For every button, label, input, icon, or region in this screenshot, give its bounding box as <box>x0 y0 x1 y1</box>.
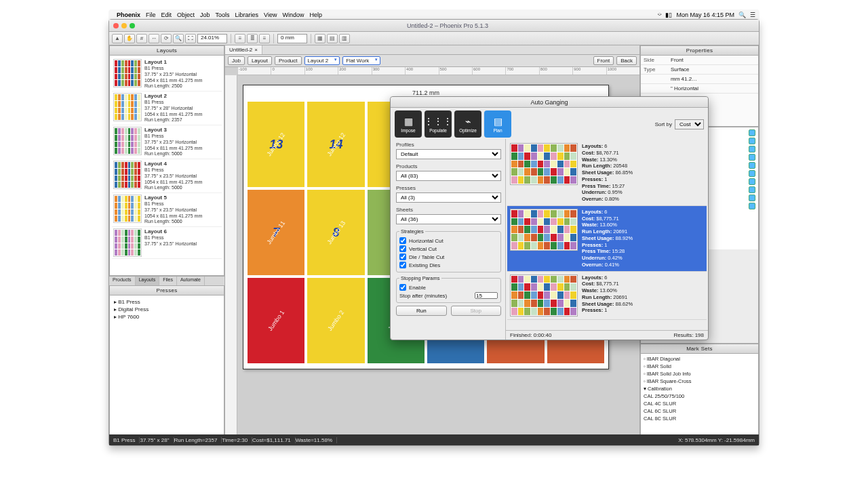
layout-item[interactable]: Layout 6B1 Press37.75" x 23.5" Horizonta… <box>112 227 222 259</box>
result-item[interactable]: Layouts: 6Cost: $8,775.71Waste: 13.60%Ru… <box>507 206 707 272</box>
menu-view[interactable]: View <box>264 12 277 18</box>
tab-layouts[interactable]: Layouts <box>136 277 160 285</box>
align-right-icon[interactable]: ≡ <box>259 34 270 43</box>
menu-window[interactable]: Window <box>282 12 304 18</box>
visibility-toggle[interactable] <box>749 146 755 152</box>
tab-automate[interactable]: Automate <box>177 277 205 285</box>
ganged-product[interactable]: Jumbo 1214 <box>307 102 364 187</box>
menu-phoenix[interactable]: Phoenix <box>117 12 140 18</box>
close-icon[interactable]: × <box>254 47 258 53</box>
layout-item[interactable]: Layout 4B1 Press37.75" x 23.5" Horizonta… <box>112 159 222 193</box>
grid2-icon[interactable]: ▤ <box>327 34 338 43</box>
ganged-product[interactable]: Jumbo 117 <box>248 190 304 275</box>
fit-tool-icon[interactable]: ⛶ <box>185 34 196 43</box>
mark-item[interactable]: ▫ IBAR Solid <box>644 363 755 370</box>
press-item[interactable]: ▸ Digital Press <box>113 306 221 313</box>
spotlight-icon[interactable]: 🔍 <box>738 12 746 18</box>
press-item[interactable]: ▸ B1 Press <box>113 298 221 306</box>
mark-item[interactable]: CAL 25/50/75/100 <box>644 392 755 400</box>
menu-edit[interactable]: Edit <box>161 12 172 18</box>
press-item[interactable]: ▸ HP 7600 <box>113 313 221 321</box>
visibility-toggle[interactable] <box>749 138 755 144</box>
mark-item[interactable]: ▫ IBAR Square-Cross <box>644 378 755 385</box>
auto-ganging-dialog[interactable]: Auto Ganging ▦Impose⋮⋮⋮Populate⌁Optimize… <box>390 96 709 340</box>
products-select[interactable]: All (83) <box>396 171 501 181</box>
ganged-product[interactable]: Jumbo 1 <box>248 278 304 363</box>
layout-button[interactable]: Layout <box>248 56 272 65</box>
mark-item[interactable]: ▾ Calibration <box>644 385 755 392</box>
enable-stopping-checkbox[interactable] <box>399 284 406 291</box>
product-button[interactable]: Product <box>275 56 302 65</box>
ganging-tab-optimize[interactable]: ⌁Optimize <box>454 110 481 138</box>
layout-combo[interactable]: Layout 2 <box>304 56 340 65</box>
strategy-checkbox[interactable]: Existing Dies <box>399 261 498 269</box>
result-item[interactable]: Layouts: 6Cost: $8,775.71Waste: 13.60%Ru… <box>507 272 707 320</box>
strategy-checkbox[interactable]: Vertical Cut <box>399 245 498 253</box>
crop-tool-icon[interactable]: # <box>136 34 147 43</box>
mark-item[interactable]: ▫ IBAR Diagonal <box>644 355 755 363</box>
visibility-toggle[interactable] <box>749 178 755 185</box>
ganged-product[interactable]: Jumbo 2 <box>307 278 364 363</box>
left-tabs[interactable]: ProductsLayoutsFilesAutomate <box>109 276 224 285</box>
menu-tools[interactable]: Tools <box>216 12 230 18</box>
mark-item[interactable]: CAL 6C SLUR <box>644 407 755 415</box>
visibility-toggle[interactable] <box>749 186 755 193</box>
strategy-checkbox[interactable]: Horizontal Cut <box>399 237 498 245</box>
presses-select[interactable]: All (3) <box>396 192 501 203</box>
battery-icon[interactable]: ▮▯ <box>665 12 672 18</box>
pointer-tool-icon[interactable]: ▲ <box>112 34 123 43</box>
rotate-tool-icon[interactable]: ⟳ <box>161 34 172 43</box>
mark-item[interactable]: CAL 8C SLUR <box>644 415 755 422</box>
run-button[interactable]: Run <box>396 306 447 316</box>
align-left-icon[interactable]: ≡ <box>235 34 245 43</box>
visibility-toggle[interactable] <box>749 162 755 169</box>
menu-help[interactable]: Help <box>309 12 322 18</box>
grid3-icon[interactable]: ▥ <box>339 34 350 43</box>
align-center-icon[interactable]: ≣ <box>247 34 258 43</box>
job-button[interactable]: Job <box>228 56 245 65</box>
ganged-product[interactable]: Jumbo 1213 <box>248 102 304 187</box>
ganging-tab-plan[interactable]: ▤Plan <box>484 110 511 138</box>
ganged-product[interactable]: Jumbo 138 <box>307 190 364 275</box>
menu-icon[interactable]: ☰ <box>750 12 755 18</box>
document-tabstrip[interactable]: Untitled-2× <box>225 45 639 55</box>
visibility-toggle[interactable] <box>749 154 755 161</box>
result-item[interactable]: Layouts: 6Cost: $8,767.71Waste: 13.30%Ru… <box>507 140 707 206</box>
menu-object[interactable]: Object <box>177 12 195 18</box>
layout-item[interactable]: Layout 3B1 Press37.75" x 23.5" Horizonta… <box>112 125 222 159</box>
zoom-tool-icon[interactable]: 🔍 <box>173 34 184 43</box>
stop-button[interactable]: Stop <box>451 306 502 316</box>
grid-icon[interactable]: ▦ <box>315 34 326 43</box>
layout-item[interactable]: Layout 5B1 Press37.75" x 23.5" Horizonta… <box>112 193 222 227</box>
back-button[interactable]: Back <box>616 56 637 65</box>
tab-files[interactable]: Files <box>159 277 177 285</box>
visibility-toggle[interactable] <box>749 195 755 201</box>
visibility-toggle[interactable] <box>749 170 755 177</box>
tab-products[interactable]: Products <box>109 277 136 285</box>
sheets-select[interactable]: All (36) <box>396 214 501 224</box>
hand-tool-icon[interactable]: ✋ <box>124 34 135 43</box>
wifi-icon[interactable]: ⌔ <box>658 12 661 18</box>
visibility-toggle[interactable] <box>749 203 755 209</box>
mark-item[interactable]: ▫ IBAR Solid Job Info <box>644 370 755 378</box>
ruler-horizontal: -10001002003004005006007008009001000 <box>237 67 639 75</box>
menu-job[interactable]: Job <box>200 12 210 18</box>
strategy-checkbox[interactable]: Die / Table Cut <box>399 253 498 261</box>
ganging-tab-impose[interactable]: ▦Impose <box>395 110 422 138</box>
front-button[interactable]: Front <box>593 56 614 65</box>
ganging-tab-populate[interactable]: ⋮⋮⋮Populate <box>425 110 452 138</box>
menu-libraries[interactable]: Libraries <box>235 12 259 18</box>
profiles-select[interactable]: Default <box>396 149 501 159</box>
measure-tool-icon[interactable]: ↔ <box>149 34 159 43</box>
layout-item[interactable]: Layout 1B1 Press37.75" x 23.5" Horizonta… <box>112 58 222 92</box>
snap-combo[interactable]: 0 mm <box>277 34 307 43</box>
stop-minutes-input[interactable] <box>475 292 498 299</box>
visibility-toggle[interactable] <box>749 129 755 136</box>
zoom-combo[interactable]: 24.01% <box>197 34 227 43</box>
menu-file[interactable]: File <box>146 12 156 18</box>
sort-select[interactable]: Cost <box>675 119 704 129</box>
window-traffic-lights[interactable] <box>113 23 135 28</box>
workstyle-combo[interactable]: Flat Work <box>342 56 380 65</box>
mark-item[interactable]: CAL 4C SLUR <box>644 400 755 407</box>
layout-item[interactable]: Layout 2B1 Press37.75" x 28" Horizontal1… <box>112 92 222 125</box>
